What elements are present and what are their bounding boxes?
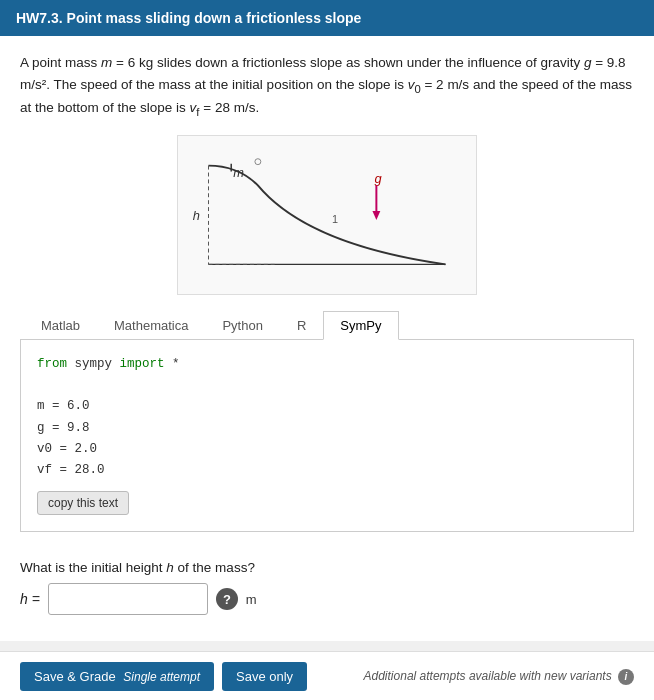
svg-text:g: g xyxy=(374,171,382,186)
save-grade-label: Save & Grade xyxy=(34,669,116,684)
tab-matlab[interactable]: Matlab xyxy=(24,311,97,339)
attempt-label: Single attempt xyxy=(123,670,200,684)
code-box: from sympy import * m = 6.0 g = 9.8 v0 =… xyxy=(20,340,634,533)
save-only-button[interactable]: Save only xyxy=(222,662,307,691)
question-section: What is the initial height h of the mass… xyxy=(20,548,634,625)
svg-text:m: m xyxy=(233,165,244,180)
main-content: A point mass m = 6 kg slides down a fric… xyxy=(0,36,654,641)
save-grade-button[interactable]: Save & Grade Single attempt xyxy=(20,662,214,691)
code-line-4: v0 = 2.0 xyxy=(37,439,617,460)
tab-python[interactable]: Python xyxy=(205,311,279,339)
footer-bar: Save & Grade Single attempt Save only Ad… xyxy=(0,651,654,700)
svg-text:1: 1 xyxy=(332,213,338,225)
question-text: What is the initial height h of the mass… xyxy=(20,560,634,575)
page-title: HW7.3. Point mass sliding down a frictio… xyxy=(16,10,361,26)
answer-label: h = xyxy=(20,591,40,607)
code-line-3: g = 9.8 xyxy=(37,418,617,439)
copy-button[interactable]: copy this text xyxy=(37,491,129,515)
page-header: HW7.3. Point mass sliding down a frictio… xyxy=(0,0,654,36)
code-line-2: m = 6.0 xyxy=(37,396,617,417)
tab-r[interactable]: R xyxy=(280,311,323,339)
info-icon[interactable]: i xyxy=(618,669,634,685)
answer-input[interactable] xyxy=(48,583,208,615)
tabs-row: Matlab Mathematica Python R SymPy xyxy=(20,311,634,340)
problem-description: A point mass m = 6 kg slides down a fric… xyxy=(20,52,634,121)
footer-note: Additional attempts available with new v… xyxy=(364,669,634,685)
code-line-1: from sympy import * xyxy=(37,354,617,375)
code-line-blank xyxy=(37,375,617,396)
code-line-5: vf = 28.0 xyxy=(37,460,617,481)
svg-text:h: h xyxy=(193,208,200,223)
svg-marker-7 xyxy=(372,211,380,220)
answer-row: h = ? m xyxy=(20,583,634,615)
diagram: m h g 1 xyxy=(177,135,477,295)
help-icon[interactable]: ? xyxy=(216,588,238,610)
unit-label: m xyxy=(246,592,257,607)
tab-mathematica[interactable]: Mathematica xyxy=(97,311,205,339)
code-content: from sympy import * m = 6.0 g = 9.8 v0 =… xyxy=(37,354,617,482)
svg-point-8 xyxy=(255,159,261,165)
tab-sympy[interactable]: SymPy xyxy=(323,311,398,340)
